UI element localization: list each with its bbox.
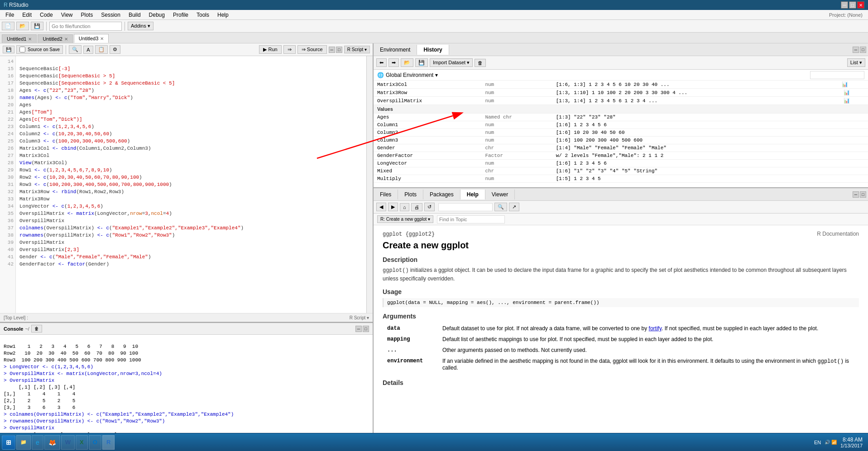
- options-button[interactable]: ⚙: [110, 45, 120, 54]
- env-minimize-btn[interactable]: ─: [853, 47, 859, 53]
- help-minimize-btn[interactable]: ─: [853, 191, 859, 198]
- menu-debug[interactable]: Debug: [145, 11, 168, 19]
- code-editor[interactable]: SequenceBasic[-3] SequenceBasic[Sequence…: [16, 56, 366, 313]
- new-ggplot-dropdown[interactable]: R: Create a new ggplot ▾: [377, 215, 433, 223]
- next-button[interactable]: ⇒: [283, 45, 296, 54]
- tab-files[interactable]: Files: [374, 190, 398, 199]
- menu-help[interactable]: Help: [214, 11, 232, 19]
- find-in-topic-input[interactable]: [437, 215, 505, 223]
- addins-button[interactable]: Addins ▾: [128, 22, 153, 30]
- import-dataset-btn[interactable]: Import Dataset ▾: [430, 58, 473, 67]
- env-save-btn[interactable]: 💾: [415, 58, 428, 67]
- taskbar-excel-btn[interactable]: X: [76, 435, 88, 450]
- taskbar-outlook-btn[interactable]: O: [89, 435, 101, 450]
- taskbar-word-btn[interactable]: W: [61, 435, 75, 450]
- maximize-button[interactable]: □: [849, 1, 856, 9]
- tab-help[interactable]: Help: [460, 190, 485, 199]
- env-back-btn[interactable]: ⬅: [376, 58, 387, 67]
- tab-untitled1[interactable]: Untitled1 ✕: [2, 34, 37, 43]
- var-actions[interactable]: 📊: [840, 97, 868, 105]
- tab-plots[interactable]: Plots: [398, 190, 423, 199]
- menu-edit[interactable]: Edit: [19, 11, 35, 19]
- open-file-button[interactable]: 📂: [16, 22, 29, 30]
- menu-code[interactable]: Code: [36, 11, 57, 19]
- tab-environment[interactable]: Environment: [374, 45, 417, 55]
- arg-dots-row: ... Other arguments passed on to methods…: [384, 345, 858, 355]
- global-env-dropdown[interactable]: Global Environment ▾: [386, 72, 438, 78]
- table-row: Mixed chr [1:6] "1" "2" "3" "4" "5" "Str…: [374, 167, 868, 175]
- menu-profile[interactable]: Profile: [169, 11, 192, 19]
- help-search-btn[interactable]: 🔍: [494, 203, 507, 211]
- console-clear-button[interactable]: 🗑: [31, 325, 42, 332]
- help-external-btn[interactable]: ↗: [509, 203, 519, 211]
- editor-toolbar: 💾 Source on Save 🔍 A 📋 ⚙ ▶ Run ⇒ ⇒ Sourc…: [0, 43, 373, 56]
- menu-file[interactable]: File: [2, 11, 18, 19]
- help-home-btn[interactable]: ⌂: [400, 203, 409, 211]
- fortify-link[interactable]: fortify: [649, 325, 662, 332]
- tab-packages[interactable]: Packages: [423, 190, 460, 199]
- menu-tools[interactable]: Tools: [193, 11, 213, 19]
- compile-button[interactable]: 📋: [95, 45, 108, 54]
- menu-build[interactable]: Build: [125, 11, 144, 19]
- taskbar-files-btn[interactable]: 📁: [16, 435, 31, 450]
- source-on-save-button[interactable]: Source on Save: [16, 45, 63, 54]
- help-forward-btn[interactable]: ▶: [388, 203, 398, 211]
- close-button[interactable]: ✕: [857, 1, 864, 9]
- help-content[interactable]: ggplot {ggplot2} R Documentation Create …: [374, 225, 868, 451]
- var-actions[interactable]: 📊: [840, 81, 868, 89]
- script-type-label[interactable]: R Script ▾: [344, 46, 370, 53]
- editor-content: 1415161718192021222324252627282930313233…: [0, 56, 373, 313]
- help-print-btn[interactable]: 🖨: [411, 203, 422, 211]
- menu-bar: File Edit Code View Plots Session Build …: [0, 10, 868, 20]
- taskbar-firefox-btn[interactable]: 🦊: [44, 435, 60, 450]
- source-on-save-checkbox[interactable]: [19, 47, 25, 52]
- env-load-btn[interactable]: 📂: [401, 58, 413, 67]
- menu-view[interactable]: View: [58, 11, 77, 19]
- find-button[interactable]: 🔍: [69, 45, 82, 54]
- list-view-btn[interactable]: List ▾: [847, 58, 865, 67]
- editor-scrollbar[interactable]: [366, 56, 373, 313]
- tab-viewer[interactable]: Viewer: [485, 190, 515, 199]
- editor-minimize-btn[interactable]: ─: [329, 47, 335, 53]
- env-search-input[interactable]: [810, 71, 864, 79]
- env-forward-btn[interactable]: ➡: [388, 58, 399, 67]
- save-button[interactable]: 💾: [31, 22, 43, 30]
- help-search-input[interactable]: [438, 203, 493, 211]
- help-back-btn[interactable]: ◀: [376, 203, 386, 211]
- env-maximize-btn[interactable]: □: [860, 47, 866, 53]
- tab-history[interactable]: History: [417, 45, 449, 55]
- help-refresh-btn[interactable]: ↺: [424, 203, 435, 211]
- var-type: num: [481, 97, 552, 105]
- console-minimize-btn[interactable]: ─: [355, 326, 362, 332]
- tab-untitled1-close[interactable]: ✕: [28, 37, 32, 42]
- console-line-6: > colnames(OverspillMatrix) <- c("Exampl…: [4, 412, 234, 417]
- tab-untitled2-close[interactable]: ✕: [64, 37, 68, 42]
- menu-session[interactable]: Session: [97, 11, 124, 19]
- start-button[interactable]: ⊞: [2, 435, 15, 450]
- minimize-button[interactable]: ─: [841, 1, 848, 9]
- var-type: num: [481, 137, 552, 144]
- arg-data-name: data: [384, 323, 438, 333]
- tab-untitled2[interactable]: Untitled2 ✕: [38, 34, 72, 43]
- var-name: OverspillMatrix: [374, 97, 481, 105]
- console-maximize-btn[interactable]: □: [363, 326, 369, 332]
- editor-maximize-btn[interactable]: □: [336, 47, 342, 53]
- tab-untitled3[interactable]: Untitled3 ✕: [74, 34, 109, 43]
- save-script-button[interactable]: 💾: [3, 46, 14, 53]
- go-to-file-input[interactable]: [49, 22, 122, 31]
- taskbar-r-btn[interactable]: R: [102, 435, 115, 450]
- console-header: Console ~/ 🗑 ─ □: [0, 323, 373, 335]
- code-line-35: OverspillMatrix: [19, 218, 64, 223]
- script-type-status: R Script ▾: [350, 315, 369, 320]
- new-file-button[interactable]: 📄: [2, 22, 14, 30]
- tab-untitled3-close[interactable]: ✕: [100, 36, 104, 41]
- right-panel: Environment History ─ □ ⬅ ➡ 📂 💾 Import D…: [374, 43, 868, 451]
- var-actions[interactable]: 📊: [840, 89, 868, 97]
- run-button[interactable]: ▶ Run: [259, 45, 281, 54]
- menu-plots[interactable]: Plots: [77, 11, 97, 19]
- source-button[interactable]: ⇒ Source: [297, 45, 327, 54]
- help-maximize-btn[interactable]: □: [860, 191, 866, 198]
- code-tools-button[interactable]: A: [83, 46, 93, 54]
- env-clear-btn[interactable]: 🗑: [475, 59, 486, 67]
- taskbar-ie-btn[interactable]: e: [32, 435, 43, 450]
